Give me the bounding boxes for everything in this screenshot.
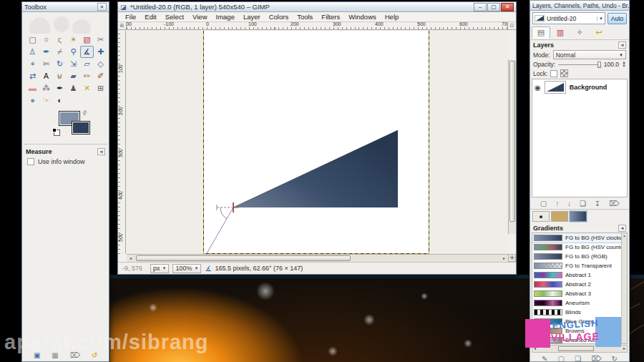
blend-tool[interactable]: ▰ [67,70,80,82]
menu-access-button[interactable]: ⊞ [118,22,127,29]
background-color-swatch[interactable] [72,121,90,134]
menu-select[interactable]: Select [161,12,188,21]
canvas-viewport[interactable] [127,31,508,254]
pencil-tool[interactable]: ✏ [80,70,94,82]
zoom-select[interactable]: 100% ▼ [172,264,201,273]
scroll-up-icon[interactable]: ▴ [623,233,625,238]
close-button[interactable]: ✕ [501,3,514,11]
brushes-tab[interactable]: ● [532,211,550,222]
image-window-titlebar[interactable]: ◪ *Untitled-20.0 (RGB, 1 layer) 540x540 … [118,2,516,12]
ink-tool[interactable]: ✒ [53,82,67,94]
collapse-icon[interactable]: ◂ [97,148,105,155]
heal-tool[interactable]: ✕ [80,82,94,94]
horizontal-scrollbar-thumb[interactable] [136,255,351,261]
move-tool[interactable]: ✚ [94,46,107,58]
checkbox[interactable] [27,158,34,165]
menu-tools[interactable]: Tools [293,12,317,21]
undo-history-tab[interactable]: ↩ [590,26,608,39]
lock-pixels-checkbox[interactable] [550,70,557,77]
channels-tab[interactable]: ▥ [551,26,570,39]
perspective-clone-tool[interactable]: ⊞ [94,82,107,94]
free-select-tool[interactable]: ς [53,34,67,46]
gradient-row[interactable]: Aneurism [532,298,627,308]
measure-line[interactable] [207,207,233,253]
swap-colors-icon[interactable]: ⇄ [81,109,89,117]
zoom-follow-button[interactable]: ⊡ [507,22,516,29]
opacity-slider-handle[interactable] [597,62,601,68]
toolbox-titlebar[interactable]: Toolbox ✕ [22,2,109,12]
scissors-tool[interactable]: ✂ [94,34,107,46]
menu-help[interactable]: Help [381,12,404,21]
gradient-row[interactable]: FG to BG (HSV clockwise hue) [532,233,627,243]
image-select-dropdown[interactable]: Untitled-20 ▼ [532,12,605,24]
collapse-icon[interactable]: ◂ [618,225,626,232]
menu-filters[interactable]: Filters [317,12,344,21]
menu-edit[interactable]: Edit [140,12,160,21]
opacity-slider[interactable] [558,61,601,68]
dodge-burn-tool[interactable]: ◐ [53,94,67,107]
anchor-layer-button[interactable]: ↧ [595,200,600,207]
rotate-tool[interactable]: ↻ [53,58,67,70]
dock-titlebar[interactable]: Layers, Channels, Paths, Undo - Br... ✕ [530,1,629,11]
close-icon[interactable]: ✕ [97,3,107,11]
flip-tool[interactable]: ⇄ [26,70,39,82]
scroll-left-icon[interactable]: ◂ [127,255,135,262]
gradient-row[interactable]: Abstract 2 [532,280,627,289]
minimize-button[interactable]: – [474,3,487,11]
gradient-row[interactable]: FG to BG (RGB) [532,252,627,261]
use-info-window-option[interactable]: Use info window [22,156,109,167]
shear-tool[interactable]: ▱ [80,58,94,70]
gradient-row[interactable]: FG to Transparent [532,261,627,270]
menu-file[interactable]: File [121,12,140,21]
layer-row-background[interactable]: ◉ Background [532,79,627,95]
navigation-button[interactable]: ✛ [508,254,516,262]
duplicate-layer-button[interactable]: ❏ [580,200,586,207]
color-picker-tool[interactable]: ⌿ [53,46,67,58]
layers-tab[interactable]: ▤ [532,26,550,39]
collapse-icon[interactable]: ◂ [618,41,626,49]
vertical-scrollbar[interactable] [508,59,516,234]
crop-tool[interactable]: ✄ [39,58,53,70]
clone-tool[interactable]: ♟ [67,82,80,94]
select-by-color-tool[interactable]: ▧ [80,34,94,46]
menu-view[interactable]: View [188,12,211,21]
measure-tool[interactable]: ∡ [80,46,94,58]
ellipse-select-tool[interactable]: ○ [39,34,53,46]
lower-layer-button[interactable]: ↓ [567,200,571,207]
text-tool[interactable]: A [39,70,53,82]
rectangle-select-tool[interactable]: ▢ [26,34,39,46]
spinner-icons[interactable]: ▲▼ [622,61,626,68]
menu-image[interactable]: Image [212,12,239,21]
unit-select[interactable]: px ▼ [150,264,169,273]
maximize-button[interactable]: ▢ [487,3,500,11]
smudge-tool[interactable]: ☞ [39,94,53,107]
foreground-select-tool[interactable]: ♙ [26,46,39,58]
visibility-eye-icon[interactable]: ◉ [535,84,541,92]
new-layer-button[interactable]: ▢ [540,200,547,207]
horizontal-scrollbar[interactable]: ◂ ▸ [127,254,508,262]
perspective-tool[interactable]: ◇ [94,58,107,70]
menu-layer[interactable]: Layer [239,12,265,21]
delete-layer-button[interactable]: ⌦ [609,200,619,207]
bucket-fill-tool[interactable]: ⊍ [53,70,67,82]
align-tool[interactable]: ⌖ [26,58,39,70]
zoom-tool[interactable]: ⚲ [67,46,80,58]
blur-sharpen-tool[interactable]: ● [26,94,39,107]
paintbrush-tool[interactable]: ✐ [94,70,107,82]
lock-alpha-icon[interactable] [560,69,568,77]
paths-tool[interactable]: ✒ [39,46,53,58]
fuzzy-select-tool[interactable]: ✶ [67,34,80,46]
gradient-row[interactable]: Abstract 1 [532,270,627,280]
patterns-tab[interactable] [551,211,568,222]
vertical-scrollbar-thumb[interactable] [509,61,515,222]
menu-windows[interactable]: Windows [344,12,381,21]
scroll-right-icon[interactable]: ▸ [500,255,508,262]
paths-tab[interactable]: ✧ [570,26,589,39]
raise-layer-button[interactable]: ↑ [555,200,559,207]
eraser-tool[interactable]: ▬ [26,82,39,94]
menu-colors[interactable]: Colors [265,12,293,21]
default-colors-icon[interactable] [54,129,60,136]
scale-tool[interactable]: ⇲ [67,58,80,70]
auto-button[interactable]: Auto [608,13,627,24]
gradients-tab[interactable] [570,211,587,222]
